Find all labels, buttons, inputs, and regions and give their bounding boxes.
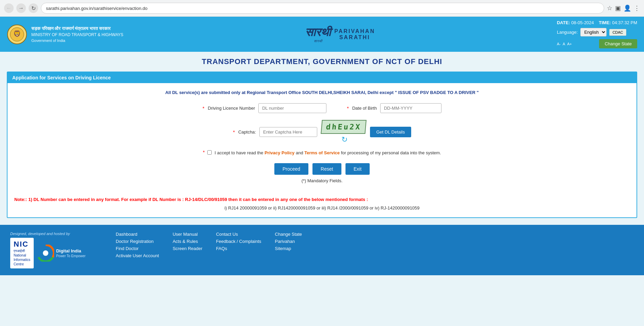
- site-footer: Designed, developed and hosted by NIC एन…: [0, 225, 644, 275]
- page-title-bar: TRANSPORT DEPARTMENT, GOVERNMENT OF NCT …: [0, 52, 644, 72]
- menu-icon[interactable]: ⋮: [634, 4, 640, 12]
- ministry-hindi: सड़क परिवहन और राजमार्ग मंत्रालय भारत सर…: [31, 25, 123, 32]
- dl-required-star: *: [203, 106, 204, 111]
- footer-link-doctor-reg[interactable]: Doctor Registration: [116, 239, 159, 244]
- digital-india-icon: [37, 245, 54, 262]
- captcha-refresh-icon[interactable]: ↻: [341, 135, 348, 144]
- digital-india-logo: Digital India Power To Empower: [37, 245, 86, 262]
- font-size-controls: A- A A+: [557, 42, 572, 46]
- policy-and: and: [294, 150, 304, 155]
- policy-required-star: *: [203, 150, 205, 155]
- ministry-govt: Government of India: [31, 38, 123, 44]
- captcha-image: dhEu2X: [321, 120, 367, 134]
- government-emblem: 🦁: [7, 24, 27, 45]
- form-area: All DL service(s) are submitted only at …: [7, 83, 637, 196]
- footer-link-dashboard[interactable]: Dashboard: [116, 232, 159, 237]
- policy-text: I accept to have read the Privacy Policy…: [214, 150, 441, 156]
- bookmark-icon[interactable]: ☆: [607, 4, 612, 12]
- nic-logo: NIC एनआईसी National Informatics Centre: [10, 238, 34, 268]
- nic-text: NIC: [14, 240, 30, 249]
- footer-link-find-doctor[interactable]: Find Doctor: [116, 246, 159, 251]
- change-state-button[interactable]: Change State: [599, 39, 637, 48]
- ministry-text: सड़क परिवहन और राजमार्ग मंत्रालय भारत सर…: [31, 25, 123, 44]
- footer-designed-text: Designed, developed and hosted by: [10, 232, 85, 236]
- footer-link-sitemap[interactable]: Sitemap: [275, 246, 302, 251]
- dl-number-input[interactable]: [258, 103, 326, 113]
- footer-link-acts-rules[interactable]: Acts & Rules: [173, 239, 202, 244]
- reset-button[interactable]: Reset: [312, 163, 341, 175]
- proceed-button[interactable]: Proceed: [274, 163, 308, 175]
- address-bar[interactable]: [41, 3, 604, 14]
- header-right: DATE: 08-05-2024 TIME: 04:37:32 PM Langu…: [557, 20, 637, 48]
- footer-link-feedback[interactable]: Feedback / Complaints: [216, 239, 261, 244]
- dob-field-group: * Date of Birth: [347, 103, 441, 113]
- policy-text-1: I accept to have read the: [214, 150, 264, 155]
- font-large[interactable]: A+: [567, 42, 572, 46]
- captcha-required-star: *: [233, 129, 235, 135]
- font-normal[interactable]: A: [563, 42, 565, 46]
- exit-button[interactable]: Exit: [345, 163, 370, 175]
- cdac-button[interactable]: CDAC: [609, 29, 626, 36]
- logo-parivahan: PARIVAHAN: [334, 28, 375, 34]
- footer-links: Dashboard Doctor Registration Find Docto…: [116, 232, 634, 258]
- button-row: Proceed Reset Exit: [14, 163, 630, 175]
- nic-full-text: एनआईसी National Informatics Centre: [14, 249, 30, 266]
- refresh-button[interactable]: ↻: [29, 3, 38, 13]
- footer-col-1: Dashboard Doctor Registration Find Docto…: [116, 232, 159, 258]
- privacy-policy-link[interactable]: Privacy Policy: [264, 150, 294, 155]
- footer-branding: Designed, developed and hosted by NIC एन…: [10, 232, 106, 268]
- footer-col-4: Change State Parivahan Sitemap: [275, 232, 302, 258]
- footer-link-change-state[interactable]: Change State: [275, 232, 302, 237]
- forward-button[interactable]: →: [16, 3, 26, 13]
- notice-text: All DL service(s) are submitted only at …: [14, 90, 630, 95]
- logo-sarathi-eng: SARATHI: [334, 34, 375, 41]
- extensions-icon[interactable]: ▣: [615, 4, 621, 12]
- dob-input[interactable]: [380, 103, 441, 113]
- terms-of-service-link[interactable]: Terms of Service: [304, 150, 340, 155]
- datetime: DATE: 08-05-2024 TIME: 04:37:32 PM: [557, 20, 637, 25]
- footer-link-screen-reader[interactable]: Screen Reader: [173, 246, 202, 251]
- policy-checkbox[interactable]: [207, 150, 212, 155]
- back-button[interactable]: ←: [4, 3, 14, 13]
- policy-text-2: for processing of my personal data into …: [340, 150, 441, 155]
- ministry-english: MINISTRY OF ROAD TRANSPORT & HIGHWAYS: [31, 32, 123, 38]
- digital-india-tagline: Power To Empower: [56, 254, 86, 258]
- get-dl-button[interactable]: Get DL Details: [370, 127, 411, 137]
- note-section: Note:: 1) DL Number can be entered in an…: [7, 196, 637, 217]
- logo-sarathi-sub: सारथी: [305, 39, 331, 43]
- sarathi-logo: सारथी सारथी PARIVAHAN SARATHI: [305, 26, 375, 43]
- site-header: 🦁 सड़क परिवहन और राजमार्ग मंत्रालय भारत …: [0, 17, 644, 52]
- main-content: Application for Services on Driving Lice…: [7, 72, 637, 218]
- language-label: Language:: [557, 30, 578, 35]
- footer-link-user-manual[interactable]: User Manual: [173, 232, 202, 237]
- digital-india-text: Digital India: [56, 248, 86, 254]
- svg-point-4: [43, 250, 48, 256]
- footer-link-contact[interactable]: Contact Us: [216, 232, 261, 237]
- footer-link-parivahan[interactable]: Parivahan: [275, 239, 302, 244]
- footer-link-activate[interactable]: Activate User Account: [116, 253, 159, 258]
- svg-text:🦁: 🦁: [13, 30, 21, 37]
- dl-label: Driving Licence Number: [208, 106, 255, 111]
- captcha-field-group: * Captcha:: [233, 127, 317, 137]
- note-text: Note:: 1) DL Number can be entered in an…: [14, 196, 630, 203]
- dob-required-star: *: [347, 106, 349, 111]
- form-fields-row: * Driving Licence Number * Date of Birth: [14, 103, 630, 113]
- profile-icon[interactable]: 👤: [624, 4, 631, 12]
- footer-col-2: User Manual Acts & Rules Screen Reader: [173, 232, 202, 258]
- note-formats: i) RJ14 20000091059 or ii) RJ14200000910…: [14, 205, 630, 211]
- font-small[interactable]: A-: [557, 42, 561, 46]
- captcha-input[interactable]: [259, 127, 317, 137]
- header-branding: 🦁 सड़क परिवहन और राजमार्ग मंत्रालय भारत …: [7, 24, 123, 45]
- captcha-label: Captcha:: [238, 129, 256, 135]
- browser-chrome: ← → ↻ ☆ ▣ 👤 ⋮: [0, 0, 644, 17]
- policy-row: * I accept to have read the Privacy Poli…: [203, 150, 441, 156]
- dob-label: Date of Birth: [352, 106, 377, 111]
- logo-sarathi-hindi: सारथी: [305, 26, 331, 39]
- dl-field-group: * Driving Licence Number: [203, 103, 326, 113]
- page-title: TRANSPORT DEPARTMENT, GOVERNMENT OF NCT …: [5, 57, 639, 66]
- footer-col-3: Contact Us Feedback / Complaints FAQs: [216, 232, 261, 258]
- mandatory-note: (*) Mandatory Fields.: [14, 178, 630, 183]
- footer-link-faqs[interactable]: FAQs: [216, 246, 261, 251]
- language-select[interactable]: English Hindi: [580, 28, 607, 36]
- language-row: Language: English Hindi CDAC: [557, 28, 637, 36]
